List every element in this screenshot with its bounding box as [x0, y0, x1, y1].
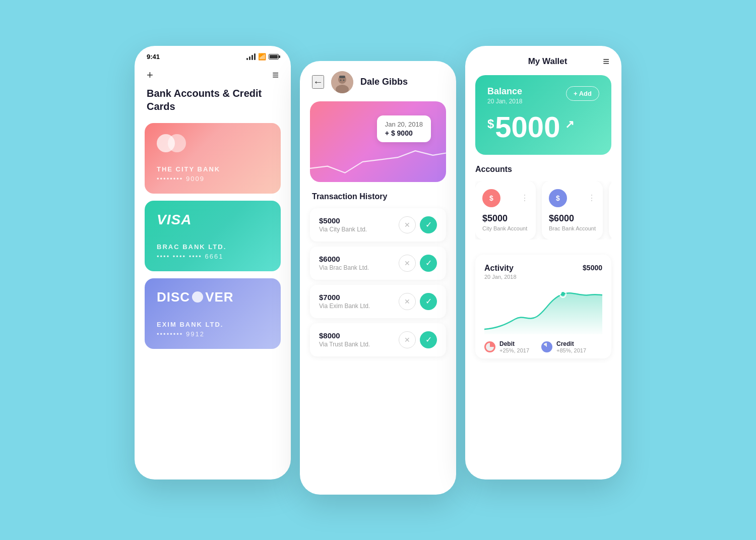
account-dots-menu[interactable]: ⋮ [588, 193, 596, 203]
chart-card: Jan 20, 2018 + $ 9000 [310, 101, 446, 182]
reject-button[interactable]: ✕ [399, 216, 416, 233]
account-card-brac[interactable]: $ ⋮ $6000 Brac Bank Account [542, 181, 603, 239]
cards-list: THE CITY BANK •••••••• 9009 VISA BRAC BA… [135, 123, 291, 349]
phone-1: 9:41 📶 + ≡ Bank Accounts & Credit Cards [135, 46, 291, 479]
account-dots-menu[interactable]: ⋮ [521, 193, 529, 203]
activity-section: Activity 20 Jan, 2018 $5000 [465, 255, 621, 358]
tooltip-amount: + $ 9000 [385, 129, 423, 137]
page-title: Bank Accounts & Credit Cards [135, 87, 291, 123]
visa-logo: VISA [157, 212, 269, 228]
user-avatar [331, 71, 353, 93]
activity-chart [484, 284, 602, 334]
tx-amount: $6000 [319, 255, 399, 263]
phone-1-header: + ≡ [135, 65, 291, 87]
mc-circle-right [168, 134, 186, 152]
account-icon-1: $ [482, 189, 500, 207]
balance-card: Balance 20 Jan, 2018 + Add $ 5000 ↗ [475, 75, 611, 155]
activity-card: Activity 20 Jan, 2018 $5000 [475, 255, 611, 358]
balance-arrow-icon: ↗ [565, 118, 574, 131]
add-button[interactable]: + [147, 70, 153, 81]
balance-header: Balance 20 Jan, 2018 + Add [487, 86, 599, 105]
card-exim-bank[interactable]: DISCVER EXIM BANK LTD. •••••••• 9912 [145, 278, 281, 349]
section-title: Transaction History [300, 192, 456, 208]
balance-value: 5000 [495, 110, 560, 144]
account-amount: $5000 [482, 213, 529, 224]
phone-2: ← Dale Gibbs Jan 20, 2018 + $ 9000 [300, 61, 456, 495]
tx-via: Via Brac Bank Ltd. [319, 264, 399, 271]
phones-container: 9:41 📶 + ≡ Bank Accounts & Credit Cards [135, 46, 621, 495]
activity-title-group: Activity 20 Jan, 2018 [484, 264, 517, 280]
user-name: Dale Gibbs [360, 77, 408, 87]
chart-peak-dot [561, 292, 565, 296]
wallet-menu-button[interactable]: ≡ [603, 56, 609, 67]
phone-3: My Wallet ≡ Balance 20 Jan, 2018 + Add $… [465, 46, 621, 479]
discover-logo: DISCVER [157, 289, 269, 305]
status-icons: 📶 [246, 53, 279, 61]
tx-via: Via Exim Bank Ltd. [319, 303, 399, 310]
status-bar-1: 9:41 📶 [135, 46, 291, 65]
tx-info: $7000 Via Exim Bank Ltd. [319, 293, 399, 310]
balance-label-group: Balance 20 Jan, 2018 [487, 86, 522, 105]
back-button[interactable]: ← [312, 75, 324, 89]
legend-credit: Credit +85%, 2017 [541, 340, 586, 353]
account-icon-2: $ [549, 189, 567, 207]
card-bank-name: THE CITY BANK [157, 165, 269, 173]
tx-amount: $8000 [319, 331, 399, 340]
card-brac-bank[interactable]: VISA BRAC BANK LTD. •••• •••• •••• 6661 [145, 201, 281, 271]
debit-label: Debit [499, 340, 529, 347]
account-amount: $6000 [549, 213, 596, 224]
tx-amount: $7000 [319, 293, 399, 302]
tx-via: Via Trust Bank Ltd. [319, 341, 399, 348]
reject-button[interactable]: ✕ [399, 331, 416, 348]
credit-circle [541, 341, 552, 352]
approve-button[interactable]: ✓ [420, 216, 437, 233]
debit-sub: +25%, 2017 [499, 347, 529, 353]
account-card-header: $ ⋮ [482, 189, 529, 207]
svg-rect-5 [339, 76, 345, 78]
discover-circle [192, 291, 203, 303]
account-card-city[interactable]: $ ⋮ $5000 City Bank Account [475, 181, 536, 239]
transaction-item: $5000 Via City Bank Ltd. ✕ ✓ [310, 208, 446, 242]
tx-info: $6000 Via Brac Bank Ltd. [319, 255, 399, 271]
debit-circle [484, 341, 495, 352]
phone-3-header: My Wallet ≡ [465, 46, 621, 75]
accounts-title: Accounts [475, 165, 611, 174]
reject-button[interactable]: ✕ [399, 255, 416, 272]
account-name: City Bank Account [482, 225, 529, 231]
legend-credit-text: Credit +85%, 2017 [556, 340, 586, 353]
reject-button[interactable]: ✕ [399, 293, 416, 310]
card-city-bank[interactable]: THE CITY BANK •••••••• 9009 [145, 123, 281, 194]
tx-via: Via City Bank Ltd. [319, 226, 399, 233]
card-number: •••••••• 9912 [157, 330, 269, 338]
card-bank-name: BRAC BANK LTD. [157, 243, 269, 251]
card-bank-name: EXIM BANK LTD. [157, 321, 269, 328]
add-balance-button[interactable]: + Add [566, 86, 599, 101]
credit-label: Credit [556, 340, 586, 347]
avatar-image [331, 71, 353, 93]
activity-date: 20 Jan, 2018 [484, 274, 517, 280]
tx-actions: ✕ ✓ [399, 331, 437, 348]
currency-symbol: $ [487, 117, 494, 131]
legend-debit-text: Debit +25%, 2017 [499, 340, 529, 353]
card-number: •••• •••• •••• 6661 [157, 253, 269, 260]
svg-point-4 [343, 79, 345, 81]
account-card-exim[interactable]: $ $70 Exim B... [609, 181, 611, 239]
menu-button[interactable]: ≡ [272, 70, 279, 81]
accounts-scroll: $ ⋮ $5000 City Bank Account $ ⋮ $6000 Br… [475, 181, 611, 239]
phone-2-header: ← Dale Gibbs [300, 61, 456, 101]
tx-actions: ✕ ✓ [399, 255, 437, 272]
approve-button[interactable]: ✓ [420, 331, 437, 348]
time-display: 9:41 [147, 53, 160, 61]
tx-actions: ✕ ✓ [399, 293, 437, 310]
activity-title: Activity [484, 264, 517, 273]
tx-amount: $5000 [319, 216, 399, 225]
wallet-title: My Wallet [492, 56, 603, 67]
legend: Debit +25%, 2017 Credit +85%, 2017 [484, 334, 602, 353]
svg-point-3 [340, 79, 342, 81]
approve-button[interactable]: ✓ [420, 255, 437, 272]
legend-debit: Debit +25%, 2017 [484, 340, 529, 353]
chart-line-svg [310, 138, 446, 182]
approve-button[interactable]: ✓ [420, 293, 437, 310]
account-name: Brac Bank Account [549, 225, 596, 231]
balance-amount: $ 5000 ↗ [487, 110, 599, 144]
